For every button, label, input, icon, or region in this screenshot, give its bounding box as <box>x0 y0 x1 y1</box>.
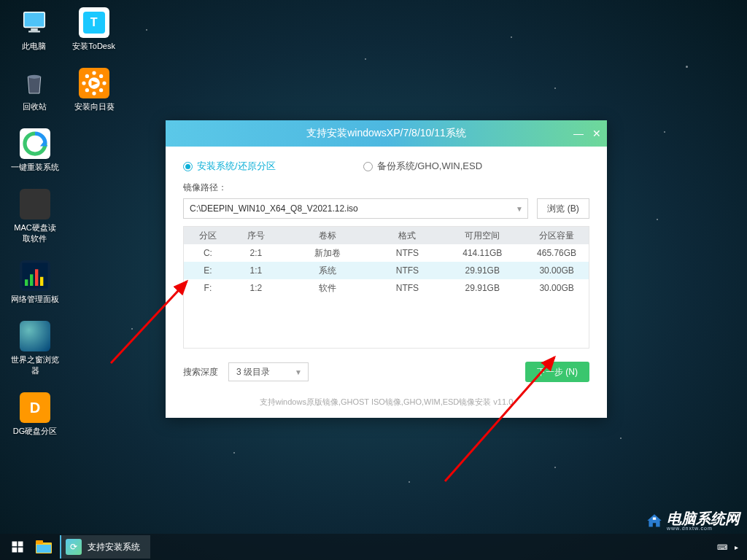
svg-rect-24 <box>18 542 23 547</box>
dg-icon: D <box>20 392 50 423</box>
globe-icon <box>20 321 50 351</box>
watermark-text: 电脑系统网 <box>667 511 740 526</box>
desktop-icon-label: MAC硬盘读取软件 <box>14 222 55 244</box>
svg-point-11 <box>99 74 103 78</box>
chevron-down-icon: ▼ <box>295 368 302 376</box>
svg-rect-26 <box>18 548 23 553</box>
svg-point-10 <box>99 88 103 92</box>
col-fmt: 格式 <box>375 230 441 242</box>
search-depth-select[interactable]: 3 级目录 ▼ <box>228 362 309 381</box>
desktop-icon-label: 安装向日葵 <box>74 101 115 112</box>
watermark: 电脑系统网 www.dnxtw.com <box>645 511 740 531</box>
tab-install-label: 安装系统/还原分区 <box>197 160 276 173</box>
radio-selected-icon <box>183 162 193 171</box>
image-path-combobox[interactable]: C:\DEEPIN_WIN10_X64_Q8_V2021.12.iso ▼ <box>183 198 528 219</box>
desktop-icon-globe[interactable]: 世界之窗浏览器 <box>13 321 57 376</box>
trash-icon <box>19 68 50 98</box>
tab-backup-label: 备份系统/GHO,WIN,ESD <box>377 160 482 173</box>
desktop-icon-reinstall[interactable]: 一键重装系统 <box>13 128 57 173</box>
desktop-icon-label: 世界之窗浏览器 <box>11 354 59 376</box>
close-button[interactable]: ✕ <box>592 128 601 139</box>
tab-backup-system[interactable]: 备份系统/GHO,WIN,ESD <box>363 160 482 173</box>
svg-point-12 <box>85 88 89 92</box>
svg-rect-1 <box>31 28 38 31</box>
desktop-icon-sunflower[interactable]: 安装向日葵 <box>73 68 115 112</box>
desktop-icon-label: DG硬盘分区 <box>13 426 58 437</box>
svg-point-6 <box>92 91 96 95</box>
svg-point-8 <box>102 81 106 85</box>
svg-rect-28 <box>36 540 43 544</box>
svg-rect-25 <box>12 548 18 553</box>
desktop-icon-label: 一键重装系统 <box>11 162 59 173</box>
task-icon: ⟳ <box>66 539 82 555</box>
radio-unselected-icon <box>363 162 373 171</box>
image-path-value: C:\DEEPIN_WIN10_X64_Q8_V2021.12.iso <box>190 203 358 214</box>
tray-chevron-icon[interactable]: ▸ <box>735 543 738 551</box>
support-footer: 支持windows原版镜像,GHOST ISO镜像,GHO,WIM,ESD镜像安… <box>166 397 607 408</box>
col-cap: 分区容量 <box>525 230 589 242</box>
desktop-icon-label: 回收站 <box>23 101 47 112</box>
taskbar: ⟳ 支持安装系统 ⌨ ▸ <box>0 534 747 560</box>
search-depth-value: 3 级目录 <box>236 366 270 378</box>
watermark-sub: www.dnxtw.com <box>667 526 740 531</box>
svg-rect-29 <box>36 545 51 553</box>
window-title: 支持安装windowsXP/7/8/10/11系统 <box>306 127 466 140</box>
desktop-icon-pc[interactable]: 此电脑 <box>13 7 55 52</box>
desktop-icon-dg[interactable]: DDG硬盘分区 <box>13 392 57 437</box>
svg-rect-17 <box>30 274 33 286</box>
desktop-icon-todesk[interactable]: T安装ToDesk <box>72 7 115 52</box>
svg-rect-22 <box>653 517 656 519</box>
todesk-icon: T <box>79 7 109 38</box>
svg-rect-18 <box>35 269 38 286</box>
taskbar-explorer[interactable] <box>31 534 57 560</box>
sunflower-icon <box>79 68 109 98</box>
table-row[interactable]: F:1:2软件NTFS29.91GB30.00GB <box>184 279 589 297</box>
desktop-icon-label: 安装ToDesk <box>72 41 115 52</box>
next-button[interactable]: 下一步 (N) <box>525 362 589 382</box>
desktop-icon-label: 网络管理面板 <box>11 294 59 305</box>
start-button[interactable] <box>4 534 31 560</box>
table-row[interactable]: E:1:1系统NTFS29.91GB30.00GB <box>184 262 589 279</box>
svg-rect-2 <box>28 31 40 32</box>
table-row[interactable]: C:2:1新加卷NTFS414.11GB465.76GB <box>184 244 589 262</box>
tab-install-restore[interactable]: 安装系统/还原分区 <box>183 160 276 173</box>
svg-rect-0 <box>23 12 44 28</box>
mac-icon <box>20 189 50 219</box>
svg-point-9 <box>85 74 89 78</box>
titlebar: 支持安装windowsXP/7/8/10/11系统 — ✕ <box>166 120 607 147</box>
installer-window: 支持安装windowsXP/7/8/10/11系统 — ✕ 安装系统/还原分区 … <box>166 120 607 418</box>
desktop-icon-trash[interactable]: 回收站 <box>13 68 55 112</box>
table-header: 分区 序号 卷标 格式 可用空间 分区容量 <box>184 227 589 244</box>
minimize-button[interactable]: — <box>573 128 584 139</box>
desktop-icon-netpanel[interactable]: 网络管理面板 <box>13 260 57 305</box>
task-label: 支持安装系统 <box>88 541 140 553</box>
reinstall-icon <box>20 128 50 159</box>
col-label: 卷标 <box>280 230 375 242</box>
desktop-icon-label: 此电脑 <box>22 41 46 52</box>
search-depth-label: 搜索深度 <box>183 366 218 378</box>
svg-point-7 <box>82 81 85 85</box>
image-path-label: 镜像路径： <box>183 182 589 194</box>
netpanel-icon <box>20 260 50 291</box>
dropdown-icon[interactable]: ▼ <box>516 205 523 213</box>
col-free: 可用空间 <box>440 230 525 242</box>
system-tray[interactable]: ⌨ ▸ <box>717 543 743 551</box>
svg-rect-23 <box>12 542 18 547</box>
browse-button[interactable]: 浏览 (B) <box>537 198 589 219</box>
desktop-icon-mac[interactable]: MAC硬盘读取软件 <box>13 189 57 244</box>
svg-rect-16 <box>25 279 28 286</box>
tray-keyboard-icon[interactable]: ⌨ <box>717 543 727 551</box>
taskbar-task-installer[interactable]: ⟳ 支持安装系统 <box>60 535 150 559</box>
col-seq: 序号 <box>232 230 280 242</box>
pc-icon <box>19 7 50 38</box>
partition-table: 分区 序号 卷标 格式 可用空间 分区容量 C:2:1新加卷NTFS414.11… <box>183 226 589 349</box>
col-drive: 分区 <box>184 230 232 242</box>
svg-point-5 <box>92 71 96 74</box>
svg-point-3 <box>28 75 41 79</box>
svg-rect-19 <box>40 277 43 286</box>
